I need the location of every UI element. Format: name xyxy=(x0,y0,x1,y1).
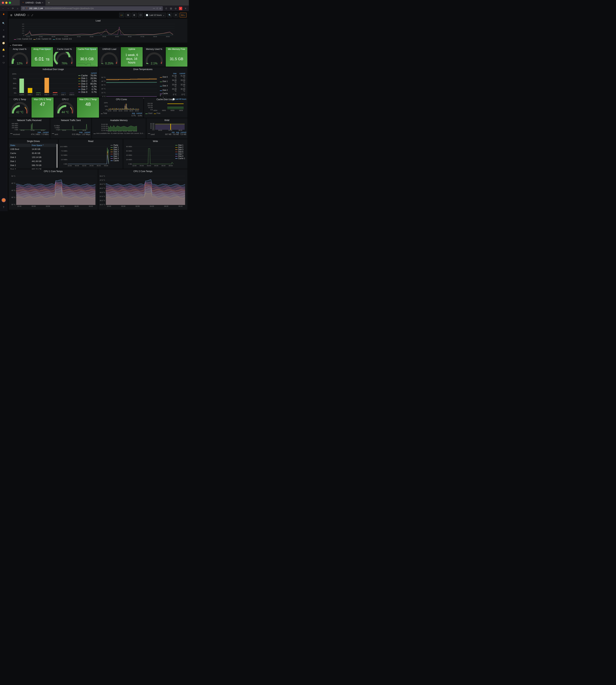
panel-single-drives[interactable]: Single Drives Disks Free Space ^ USB Boo… xyxy=(9,139,58,169)
svg-text:42.5 °C: 42.5 °C xyxy=(100,187,105,189)
svg-text:40 °C: 40 °C xyxy=(12,190,16,191)
account-icon[interactable]: ◎ xyxy=(174,7,177,10)
panel-cache-free[interactable]: Cache Free Space Last 48 hours 30.5 GB xyxy=(76,47,98,67)
table-row[interactable]: Disk 2586.78 GB xyxy=(9,164,58,167)
svg-text:35.0 °C: 35.0 °C xyxy=(100,199,105,201)
panel-load[interactable]: Load 00.51.01.52.02.522:0023:0000:0001:0… xyxy=(9,19,188,43)
zoom-out-button[interactable]: 🔍 xyxy=(167,13,172,17)
url-input[interactable]: 🛡 192.168.2.144:3000/d/00000000345/unrai… xyxy=(21,6,163,10)
svg-text:02:00: 02:00 xyxy=(135,205,140,207)
bookmark-star-icon[interactable]: ☆ xyxy=(159,7,161,10)
panel-min-memory-free[interactable]: Min Memory Free 31.5 GB xyxy=(166,47,188,67)
help-icon[interactable]: ? xyxy=(2,206,5,209)
panel-title: CPU 2 xyxy=(54,98,76,102)
back-icon[interactable]: ← xyxy=(2,7,5,10)
settings-button[interactable]: ⚙ xyxy=(132,13,137,17)
col-disks[interactable]: Disks xyxy=(9,144,30,147)
row-overview-header[interactable]: ⌄ Overview xyxy=(9,43,188,47)
dashboards-icon[interactable]: ▦ xyxy=(2,35,5,38)
table-row[interactable]: Disk 3120.14 GB xyxy=(9,155,58,159)
svg-text:03:00: 03:00 xyxy=(90,36,93,38)
home-icon[interactable]: ⌂ xyxy=(16,7,19,10)
grafana-logo-icon[interactable] xyxy=(1,13,6,17)
panel-cpu2-temp[interactable]: CPU 2 44 °C xyxy=(54,98,76,117)
refresh-button[interactable]: ⟳ xyxy=(173,13,179,17)
scrollbar[interactable] xyxy=(57,144,58,168)
add-panel-button[interactable]: ⫾+ xyxy=(119,13,124,17)
menu-icon[interactable]: ≡ xyxy=(184,7,187,10)
svg-rect-139 xyxy=(129,108,129,110)
protection-icon[interactable]: ♢ xyxy=(156,7,158,10)
panel-memory-used[interactable]: Memory Used % 2.1% xyxy=(144,47,165,67)
more-icon[interactable]: ⋯ xyxy=(153,7,155,10)
panel-uptime[interactable]: Uptime 1 week, 6 days, 16 hours xyxy=(121,47,142,67)
panel-max-cpu2-temp[interactable]: Max CPU 2 Temp 48 xyxy=(77,98,99,117)
panel-cache-disk-usage[interactable]: Cache Disk Usage 🕑 Last 48 hours 0 B50 G… xyxy=(144,98,188,117)
svg-rect-154 xyxy=(134,109,134,109)
explore-icon[interactable]: 🧭 xyxy=(2,41,5,45)
panel-write[interactable]: Write 0 B/s20 MB/s40 MB/s60 MB/s80 MB/s2… xyxy=(124,139,188,169)
net-rx-chart: 0 B/s200 MB/s400 MB/s600 MB/s00:0004:000… xyxy=(9,122,50,131)
panel-cache-used[interactable]: Cache Used % 76% xyxy=(54,47,75,67)
panel-array-used[interactable]: Array Used % 12% xyxy=(9,47,30,67)
configuration-icon[interactable]: ⚙ xyxy=(2,55,5,58)
star-icon[interactable]: ☆ xyxy=(27,14,29,17)
panel-read[interactable]: Read 0 B/s2.5 MB/s5.0 MB/s7.5 MB/s10.0 M… xyxy=(59,139,123,169)
tv-mode-button[interactable]: 🖵 xyxy=(138,13,143,17)
svg-rect-41 xyxy=(19,79,24,93)
refresh-interval-button[interactable]: 1m ⌄ xyxy=(180,13,186,17)
panel-max-cpu1-temp[interactable]: Max CPU 1 Temp 47 xyxy=(31,98,53,117)
share-icon[interactable]: ⤤ xyxy=(31,14,34,17)
panel-drive-temps[interactable]: Drive Temperatures 0 °C10 °C20 °C30 °C40… xyxy=(98,67,188,97)
new-tab-button[interactable]: + xyxy=(48,1,50,4)
reload-icon[interactable]: ⟳ xyxy=(12,7,14,10)
minimize-window-button[interactable] xyxy=(5,2,7,4)
search-icon[interactable]: 🔍 xyxy=(2,22,5,25)
sort-asc-icon: ^ xyxy=(43,144,44,146)
svg-text:40 GB: 40 GB xyxy=(150,123,155,125)
panel-array-free[interactable]: Array Free Space Last 60 days 6.01 TB xyxy=(31,47,53,67)
panel-cpu1-core-temps[interactable]: CPU 1 Core Temps 30 °C35 °C40 °C45 °C50 … xyxy=(9,169,98,210)
svg-rect-143 xyxy=(130,108,131,110)
panel-title: CPU 2 Core Temps xyxy=(98,169,188,173)
panel-cpu-cores[interactable]: CPU Cores 0%50%100%22:0000:0002:0004:000… xyxy=(100,98,143,117)
extension-badge-icon[interactable]: 1 xyxy=(179,7,182,10)
server-admin-icon[interactable]: 🛡 xyxy=(2,61,5,65)
panel-net-tx[interactable]: Network Traffic Sent 0 bps5 Mbps10 Mbps0… xyxy=(50,118,91,138)
create-icon[interactable]: ＋ xyxy=(2,28,5,31)
panel-grid-icon[interactable]: ▦ xyxy=(9,14,13,17)
table-row[interactable]: Disk 1441.06 GB xyxy=(9,159,58,163)
time-range-picker[interactable]: 🕑 Last 12 hours ⌄ xyxy=(144,13,166,17)
panel-disk-usage[interactable]: Individual Disk Usage 0%25%50%75%100%Cac… xyxy=(9,67,98,97)
close-tab-icon[interactable]: × xyxy=(42,1,43,4)
svg-text:0 B/s: 0 B/s xyxy=(64,163,68,165)
col-free-space[interactable]: Free Space ^ xyxy=(30,144,58,147)
svg-rect-156 xyxy=(135,109,135,110)
panel-cpu2-core-temps[interactable]: CPU 2 Core Temps 32.5 °C35.0 °C37.5 °C40… xyxy=(98,169,188,210)
table-row[interactable]: USB Boot14.80 GB xyxy=(9,147,58,151)
svg-rect-115 xyxy=(121,109,121,110)
close-window-button[interactable] xyxy=(2,2,4,4)
svg-text:20 °C: 20 °C xyxy=(102,88,106,90)
forward-icon[interactable]: → xyxy=(7,7,9,10)
user-avatar-icon[interactable] xyxy=(1,198,6,202)
panel-cpu1-temp[interactable]: CPU 1 Temp 42 °C xyxy=(9,98,31,117)
sidebar-icon[interactable]: ▤ xyxy=(169,7,172,10)
svg-rect-45 xyxy=(53,92,58,93)
panel-unraid-load[interactable]: UNRAID Load 0.25% xyxy=(98,47,120,67)
library-icon[interactable]: ⎙ xyxy=(164,7,168,10)
browser-tab[interactable]: UNRAID - Grafana × xyxy=(20,0,45,5)
svg-text:22:00: 22:00 xyxy=(68,165,72,167)
panel-ram[interactable]: RAM 0 B10 GB20 GB30 GB40 GB00:0004:0008:… xyxy=(147,118,188,138)
svg-rect-158 xyxy=(135,109,136,110)
alerting-icon[interactable]: 🔔 xyxy=(2,48,5,51)
panel-available-memory[interactable]: Available Memory 31.45 GB31.50 GB31.55 G… xyxy=(92,118,146,138)
svg-text:Disk 6: Disk 6 xyxy=(53,94,58,95)
svg-text:45.0 °C: 45.0 °C xyxy=(100,183,105,185)
svg-text:22:00: 22:00 xyxy=(26,36,30,38)
svg-rect-177 xyxy=(168,104,184,104)
panel-net-rx[interactable]: Network Traffic Received 0 B/s200 MB/s40… xyxy=(9,118,50,138)
maximize-window-button[interactable] xyxy=(9,2,11,4)
table-row[interactable]: Cache30.45 GB xyxy=(9,151,58,155)
save-button[interactable]: 🖫 xyxy=(125,13,131,17)
